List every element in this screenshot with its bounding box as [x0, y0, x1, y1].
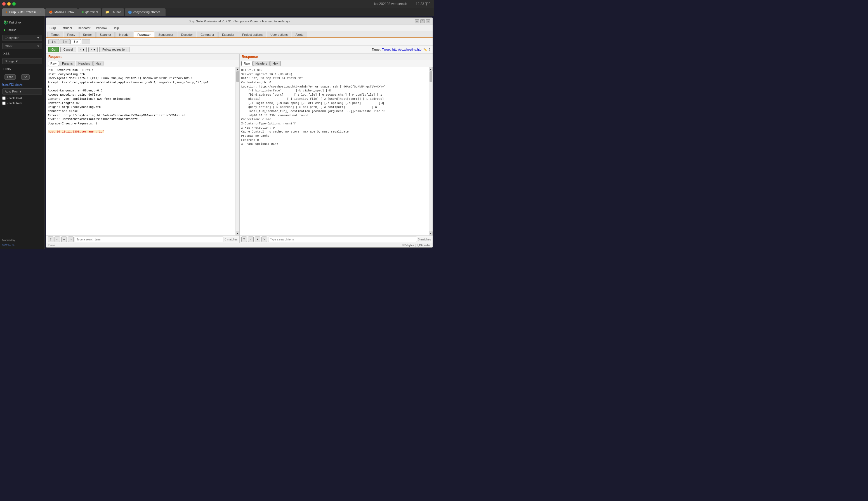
enable-post-checkbox[interactable] [2, 96, 6, 100]
menu-burp[interactable]: Burp [49, 26, 57, 30]
scroll-track[interactable] [236, 71, 240, 232]
titlebar-controls: – □ × [415, 19, 430, 23]
search-help-btn[interactable]: ? [48, 236, 53, 242]
tab-user-options[interactable]: User options [267, 32, 292, 38]
request-content[interactable]: POST /executeussh HTTP/1.1 Host: cozyhos… [46, 67, 235, 235]
load-button[interactable]: Load [4, 74, 16, 80]
edit-target-icon[interactable]: ✏️ [423, 48, 427, 51]
response-searchbar: ? < + > 0 matches [240, 235, 433, 243]
target-url[interactable]: Target: http://cozyhosting.htb [382, 48, 421, 51]
request-tab-params[interactable]: Params [60, 61, 75, 66]
tab-intruder[interactable]: Intruder [115, 32, 133, 38]
tab-decoder[interactable]: Decoder [178, 32, 197, 38]
tab-target[interactable]: Target [47, 32, 63, 38]
tab-extender[interactable]: Extender [219, 32, 238, 38]
tab-proxy[interactable]: Proxy [64, 32, 79, 38]
scroll-down-btn[interactable]: ▼ [236, 232, 240, 235]
repeater-tab-more[interactable]: ... [82, 39, 90, 44]
tab-alerts[interactable]: Alerts [292, 32, 307, 38]
request-tab-raw[interactable]: Raw [48, 61, 59, 66]
sp-button[interactable]: Sp [21, 74, 30, 80]
response-search-next-btn[interactable]: + [255, 236, 260, 242]
minimize-btn[interactable]: – [415, 19, 419, 23]
auto-pwn-dropdown[interactable]: Auto-Pwn ▼ [2, 88, 42, 95]
menu-repeater[interactable]: Repeater [77, 26, 92, 30]
mac-topbar-title: kali202103 webseclab 12:23 下午 [374, 2, 432, 7]
auto-pwn-label: Auto-Pwn ▼ [5, 90, 22, 93]
next-button[interactable]: > ▼ [88, 47, 98, 52]
request-vscroll[interactable]: ▲ ▼ [235, 67, 240, 235]
response-search-input[interactable] [268, 236, 417, 242]
minimize-dot[interactable] [7, 2, 11, 6]
response-search-prev-btn[interactable]: < [248, 236, 254, 242]
hackbar-icon: ● [3, 28, 5, 32]
menu-intruder[interactable]: Intruder [61, 26, 73, 30]
close-dot[interactable] [2, 2, 6, 6]
left-sidebar: 🐉 Kali Linux ● HackBa Encryption ▼ Other… [0, 16, 45, 249]
tab-spider[interactable]: Spider [80, 32, 96, 38]
proxy-item[interactable]: Proxy [0, 65, 44, 72]
enable-post-item: Enable Post [0, 96, 44, 100]
browser-tab-burp[interactable]: ● Burp Suite Professi... × [2, 8, 45, 16]
response-scroll-thumb[interactable] [430, 71, 432, 82]
browser-tab-cozyhosting[interactable]: ⬤ cozyhosting.htb/act... [125, 8, 166, 16]
scroll-up-btn[interactable]: ▲ [236, 67, 240, 71]
maximize-dot[interactable] [12, 2, 16, 6]
prev-button[interactable]: < ▼ [78, 47, 87, 52]
response-tab-hex[interactable]: Hex [270, 61, 281, 66]
close-btn[interactable]: × [426, 19, 430, 23]
response-content[interactable]: HTTP/1.1 302 Server: nginx/1.18.0 (Ubunt… [240, 67, 429, 235]
request-tab-headers[interactable]: Headers [76, 61, 93, 66]
request-tab-hex[interactable]: Hex [93, 61, 104, 66]
target-label: Target: Target: http://cozyhosting.htb ✏… [372, 48, 430, 52]
source-label: Source: htt [0, 243, 44, 247]
tab-comparer[interactable]: Comparer [197, 32, 218, 38]
response-tab-headers[interactable]: Headers [253, 61, 270, 66]
search-more-btn[interactable]: > [68, 236, 74, 242]
repeater-tab-2[interactable]: 2 × [60, 39, 70, 44]
go-button[interactable]: Go [49, 47, 59, 52]
tab-project-options[interactable]: Project options [239, 32, 266, 38]
repeater-tab-1[interactable]: 1 × [49, 39, 59, 44]
response-scroll-track[interactable] [429, 71, 433, 232]
hackbar-item[interactable]: ● HackBa [0, 26, 44, 34]
search-next-btn[interactable]: + [61, 236, 67, 242]
browser-tab-thunar[interactable]: 📁 Thunar [102, 8, 124, 16]
tab-sequencer[interactable]: Sequencer [155, 32, 177, 38]
encryption-chevron: ▼ [36, 36, 40, 40]
kali-linux-item[interactable]: 🐉 Kali Linux [0, 19, 44, 26]
tab-label-thunar: Thunar [111, 10, 121, 14]
xss-item[interactable]: XSS [0, 50, 44, 57]
browser-tab-qterminal[interactable]: ■ qterminal [78, 8, 102, 16]
enable-refe-checkbox[interactable] [2, 102, 6, 105]
follow-redirect-button[interactable]: Follow redirection [99, 47, 129, 52]
encryption-dropdown[interactable]: Encryption ▼ [2, 35, 42, 41]
response-scroll-up-btn[interactable]: ▲ [429, 67, 433, 71]
response-search-more-btn[interactable]: > [262, 236, 267, 242]
search-prev-btn[interactable]: < [54, 236, 60, 242]
response-tab-raw[interactable]: Raw [241, 61, 253, 66]
menu-help[interactable]: Help [112, 26, 120, 30]
response-vscroll[interactable]: ▲ ▼ [429, 67, 433, 235]
scroll-thumb[interactable] [236, 71, 239, 82]
browser-tab-firefox[interactable]: 🦊 Mozilla Firefox [45, 8, 78, 16]
burp-titlebar: Burp Suite Professional v1.7.31 - Tempor… [46, 18, 433, 25]
request-search-input[interactable] [75, 236, 223, 242]
window-title: Burp Suite Professional v1.7.31 - Tempor… [189, 20, 290, 23]
response-scroll-down-btn[interactable]: ▼ [429, 232, 433, 235]
enable-refe-item: Enable Refe [0, 100, 44, 106]
clock-label: 12:23 下午 [416, 2, 432, 7]
hackbar-label: HackBa [7, 29, 16, 32]
response-search-help-btn[interactable]: ? [241, 236, 247, 242]
help-target-icon[interactable]: ? [429, 48, 430, 51]
strings-dropdown[interactable]: Strings ▼ [2, 58, 42, 64]
tab-scanner[interactable]: Scanner [96, 32, 115, 38]
tab-repeater[interactable]: Repeater [134, 32, 154, 38]
restore-btn[interactable]: □ [420, 19, 425, 23]
menu-window[interactable]: Window [95, 26, 108, 30]
tab-close-burp[interactable]: × [40, 11, 41, 13]
repeater-tab-3[interactable]: 3 × [71, 39, 81, 44]
burp-menubar: Burp Intruder Repeater Window Help [46, 25, 433, 31]
other-dropdown[interactable]: Other ▼ [2, 43, 42, 49]
cancel-button[interactable]: Cancel [61, 47, 76, 52]
